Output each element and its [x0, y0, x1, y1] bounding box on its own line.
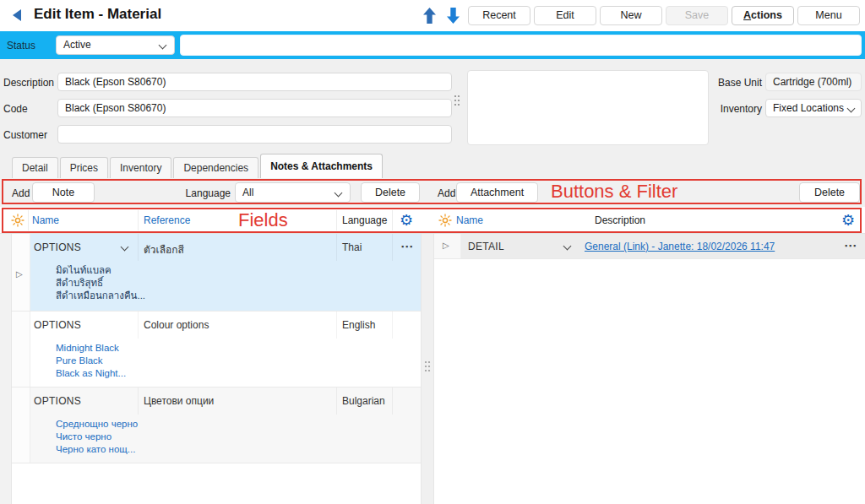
add-note-button[interactable]: Note: [32, 182, 95, 203]
description-input[interactable]: Black (Epson S80670): [57, 73, 452, 91]
note-text-line[interactable]: Black as Night...: [56, 367, 126, 380]
gear-icon[interactable]: ⚙: [841, 213, 855, 228]
note-row-english[interactable]: OPTIONS Colour options English Midnight …: [12, 312, 421, 387]
inventory-value: Fixed Locations: [773, 102, 844, 114]
note-reference[interactable]: ตัวเลือกสี: [144, 241, 184, 257]
tab-inventory[interactable]: Inventory: [110, 157, 171, 178]
inventory-label: Inventory: [703, 103, 762, 115]
language-filter-value: All: [242, 187, 253, 198]
note-language[interactable]: Bulgarian: [342, 395, 385, 407]
customer-select[interactable]: [57, 125, 452, 144]
page-title: Edit Item - Material: [34, 6, 161, 23]
tab-notes-attachments[interactable]: Notes & Attachments: [260, 154, 383, 178]
column-divider: [28, 210, 29, 230]
chevron-down-icon[interactable]: [121, 243, 129, 252]
row-gutter: [0, 234, 12, 504]
expand-triangle-icon[interactable]: ▷: [443, 241, 449, 250]
expander-cell[interactable]: [12, 387, 30, 463]
attachments-add-label: Add: [438, 187, 455, 199]
code-input[interactable]: Black (Epson S80670): [57, 99, 452, 117]
attachments-grid: ▷ DETAIL General (Link) - Janette: 18/02…: [434, 234, 865, 504]
grid-header-row: Name Reference Language ⚙ Name Descripti…: [0, 207, 865, 234]
delete-note-button[interactable]: Delete: [361, 182, 420, 203]
drag-handle-icon[interactable]: [424, 360, 431, 372]
chevron-down-icon[interactable]: [563, 242, 572, 251]
delete-attachment-button[interactable]: Delete: [799, 182, 860, 203]
back-icon[interactable]: [13, 9, 21, 21]
add-attachment-button[interactable]: Attachment: [456, 182, 538, 203]
attachments-column-description[interactable]: Description: [595, 214, 645, 226]
recent-button[interactable]: Recent: [468, 6, 530, 25]
status-extra-input[interactable]: [180, 35, 862, 56]
status-label: Status: [7, 40, 35, 51]
note-language[interactable]: English: [342, 319, 375, 331]
edit-item-window: Edit Item - Material Recent Edit New Sav…: [0, 0, 865, 504]
drag-handle-icon[interactable]: [454, 95, 460, 106]
column-divider: [138, 210, 139, 230]
panel-splitter[interactable]: [421, 234, 434, 504]
ellipsis-icon[interactable]: ⋯: [400, 239, 413, 254]
status-value: Active: [63, 39, 91, 51]
inventory-select[interactable]: Fixed Locations: [765, 99, 862, 117]
item-notes-textarea[interactable]: [467, 70, 709, 145]
notes-column-language[interactable]: Language: [342, 214, 387, 226]
note-text-line[interactable]: Среднощно черно: [56, 418, 138, 431]
notes-add-label: Add: [12, 187, 30, 199]
note-text-line: สีดำบริสุทธิ์: [56, 277, 145, 290]
note-text-line[interactable]: Чисто черно: [56, 431, 138, 443]
code-label: Code: [3, 103, 28, 115]
status-select[interactable]: Active: [56, 35, 175, 55]
note-row-thai[interactable]: ▷ OPTIONS ตัวเลือกสี Thai ⋯ มิดไนท์แบลค …: [12, 234, 421, 312]
note-type[interactable]: OPTIONS: [34, 241, 81, 253]
save-button[interactable]: Save: [666, 6, 728, 25]
sun-icon[interactable]: [438, 214, 452, 227]
new-button[interactable]: New: [600, 6, 662, 25]
language-filter-label: Language: [184, 187, 231, 199]
panel-toolbar: Add Note Language All Delete Add Attachm…: [0, 178, 865, 207]
gear-icon[interactable]: ⚙: [400, 213, 413, 228]
note-row-bulgarian[interactable]: OPTIONS Цветови опции Bulgarian Среднощн…: [12, 387, 421, 463]
edit-button[interactable]: Edit: [534, 6, 596, 25]
expand-triangle-icon[interactable]: ▷: [16, 269, 23, 279]
chevron-down-icon: [159, 41, 167, 50]
sun-icon[interactable]: [11, 214, 24, 227]
base-unit-label: Base Unit: [703, 77, 762, 89]
chevron-down-icon: [335, 189, 343, 198]
notes-grid: ▷ OPTIONS ตัวเลือกสี Thai ⋯ มิดไนท์แบลค …: [0, 234, 421, 504]
note-reference[interactable]: Colour options: [144, 319, 209, 331]
down-arrow-icon[interactable]: [445, 7, 461, 24]
tab-dependencies[interactable]: Dependencies: [173, 157, 258, 178]
column-divider: [336, 210, 337, 230]
note-text-line: มิดไนท์แบลค: [56, 264, 145, 277]
note-type[interactable]: OPTIONS: [34, 395, 81, 407]
description-label: Description: [3, 77, 54, 89]
tab-prices[interactable]: Prices: [60, 157, 108, 178]
attachment-type[interactable]: DETAIL: [468, 241, 504, 252]
attachment-link[interactable]: General (Link) - Janette: 18/02/2026 11:…: [585, 241, 775, 252]
note-language[interactable]: Thai: [342, 241, 362, 253]
chevron-down-icon: [847, 105, 856, 113]
title-bar: Edit Item - Material Recent Edit New Sav…: [0, 0, 865, 31]
expander-cell[interactable]: ▷: [434, 234, 461, 258]
actions-button[interactable]: Actions: [732, 6, 794, 25]
attachment-row-detail[interactable]: ▷ DETAIL General (Link) - Janette: 18/02…: [434, 234, 865, 259]
tab-strip: Detail Prices Inventory Dependencies Not…: [12, 154, 383, 178]
tab-detail[interactable]: Detail: [12, 157, 58, 178]
attachments-column-name[interactable]: Name: [456, 214, 483, 226]
menu-button[interactable]: Menu: [797, 6, 860, 25]
ellipsis-icon[interactable]: ⋯: [844, 238, 857, 253]
notes-column-name[interactable]: Name: [32, 214, 59, 226]
notes-column-reference[interactable]: Reference: [144, 214, 190, 226]
note-text-line[interactable]: Midnight Black: [56, 342, 126, 355]
column-divider: [392, 210, 393, 230]
note-type[interactable]: OPTIONS: [34, 319, 81, 331]
expander-cell[interactable]: ▷: [12, 234, 30, 311]
note-text-line[interactable]: Черно като нощ...: [56, 443, 138, 456]
up-arrow-icon[interactable]: [422, 7, 438, 24]
note-text-line[interactable]: Pure Black: [56, 355, 126, 367]
note-text-line: สีดำเหมือนกลางคืน...: [56, 290, 145, 302]
language-filter-select[interactable]: All: [235, 182, 351, 203]
base-unit-field[interactable]: Cartridge (700ml): [765, 73, 862, 91]
expander-cell[interactable]: [12, 312, 30, 387]
note-reference[interactable]: Цветови опции: [144, 395, 214, 407]
